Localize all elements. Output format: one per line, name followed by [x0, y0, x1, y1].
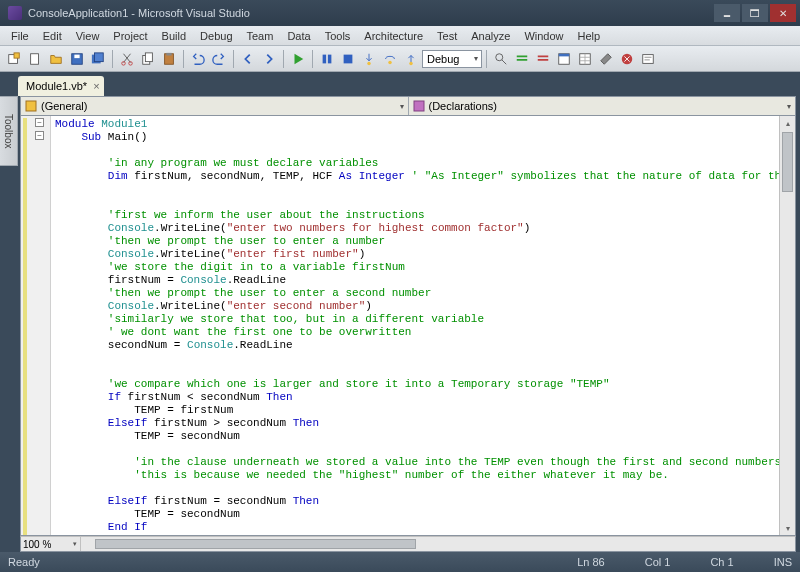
solution-explorer-button[interactable] — [554, 49, 574, 69]
menu-window[interactable]: Window — [517, 30, 570, 42]
tab-close-icon[interactable]: × — [93, 80, 99, 92]
svg-rect-12 — [166, 52, 171, 55]
title-bar: ConsoleApplication1 - Microsoft Visual S… — [0, 0, 800, 26]
svg-point-18 — [409, 61, 413, 65]
menu-bar: File Edit View Project Build Debug Team … — [0, 26, 800, 46]
horizontal-scrollbar[interactable] — [81, 537, 795, 551]
menu-debug[interactable]: Debug — [193, 30, 239, 42]
method-icon — [413, 100, 425, 112]
svg-point-16 — [367, 61, 371, 65]
menu-test[interactable]: Test — [430, 30, 464, 42]
save-all-button[interactable] — [88, 49, 108, 69]
svg-rect-30 — [414, 101, 424, 111]
code-content[interactable]: Module Module1 Sub Main() 'in any progra… — [51, 116, 779, 535]
status-line: Ln 86 — [577, 556, 605, 568]
status-ready: Ready — [8, 556, 40, 568]
scroll-down-icon[interactable]: ▾ — [780, 521, 795, 535]
navigation-bar: (General) (Declarations) — [20, 96, 796, 116]
menu-edit[interactable]: Edit — [36, 30, 69, 42]
hscroll-thumb[interactable] — [95, 539, 416, 549]
properties-button[interactable] — [575, 49, 595, 69]
fold-toggle[interactable]: − — [35, 131, 44, 140]
vs-logo-icon — [8, 6, 22, 20]
toolbox-button[interactable] — [596, 49, 616, 69]
close-button[interactable]: ✕ — [770, 4, 796, 22]
document-tab[interactable]: Module1.vb* × — [18, 76, 104, 96]
stop-button[interactable] — [338, 49, 358, 69]
document-tab-strip: Module1.vb* × — [0, 72, 800, 96]
comment-button[interactable] — [512, 49, 532, 69]
nav-back-button[interactable] — [238, 49, 258, 69]
menu-help[interactable]: Help — [571, 30, 608, 42]
menu-analyze[interactable]: Analyze — [464, 30, 517, 42]
redo-button[interactable] — [209, 49, 229, 69]
scroll-up-icon[interactable]: ▴ — [780, 116, 795, 130]
status-col: Col 1 — [645, 556, 671, 568]
horizontal-scroll-row: 100 % — [20, 536, 796, 552]
svg-rect-20 — [517, 55, 528, 57]
step-out-button[interactable] — [401, 49, 421, 69]
step-into-button[interactable] — [359, 49, 379, 69]
editor-area: (General) (Declarations) − − Module Modu… — [0, 96, 800, 552]
menu-architecture[interactable]: Architecture — [357, 30, 430, 42]
menu-file[interactable]: File — [4, 30, 36, 42]
menu-view[interactable]: View — [69, 30, 107, 42]
code-editor[interactable]: − − Module Module1 Sub Main() 'in any pr… — [20, 116, 796, 536]
uncomment-button[interactable] — [533, 49, 553, 69]
svg-point-17 — [388, 60, 392, 64]
save-button[interactable] — [67, 49, 87, 69]
svg-rect-15 — [344, 54, 353, 63]
svg-rect-4 — [74, 54, 79, 58]
solution-config-combo[interactable]: Debug — [422, 50, 482, 68]
scope-dropdown[interactable]: (General) — [21, 97, 409, 115]
toolbox-sidebar-tab[interactable]: Toolbox — [0, 96, 18, 166]
break-all-button[interactable] — [317, 49, 337, 69]
menu-project[interactable]: Project — [106, 30, 154, 42]
paste-button[interactable] — [159, 49, 179, 69]
svg-rect-22 — [538, 55, 549, 57]
open-button[interactable] — [46, 49, 66, 69]
undo-button[interactable] — [188, 49, 208, 69]
maximize-button[interactable]: 🗖 — [742, 4, 768, 22]
cut-button[interactable] — [117, 49, 137, 69]
find-button[interactable] — [491, 49, 511, 69]
menu-team[interactable]: Team — [240, 30, 281, 42]
menu-tools[interactable]: Tools — [318, 30, 358, 42]
step-over-button[interactable] — [380, 49, 400, 69]
window-buttons: 🗕 🗖 ✕ — [714, 4, 796, 22]
member-dropdown[interactable]: (Declarations) — [409, 97, 796, 115]
error-list-button[interactable] — [617, 49, 637, 69]
svg-rect-23 — [538, 59, 549, 61]
zoom-combo[interactable]: 100 % — [21, 537, 81, 551]
window-title: ConsoleApplication1 - Microsoft Visual S… — [8, 6, 250, 20]
minimize-button[interactable]: 🗕 — [714, 4, 740, 22]
new-project-button[interactable] — [4, 49, 24, 69]
vertical-scrollbar[interactable]: ▴ ▾ — [779, 116, 795, 535]
nav-forward-button[interactable] — [259, 49, 279, 69]
scroll-thumb[interactable] — [782, 132, 793, 192]
title-text: ConsoleApplication1 - Microsoft Visual S… — [28, 7, 250, 19]
svg-rect-13 — [323, 54, 327, 63]
svg-rect-21 — [517, 59, 528, 61]
new-file-button[interactable] — [25, 49, 45, 69]
svg-rect-6 — [95, 52, 104, 61]
svg-rect-29 — [26, 101, 36, 111]
svg-rect-2 — [31, 53, 39, 64]
output-button[interactable] — [638, 49, 658, 69]
svg-point-19 — [496, 53, 503, 60]
svg-rect-28 — [643, 54, 654, 63]
tab-label: Module1.vb* — [26, 80, 87, 92]
module-icon — [25, 100, 37, 112]
status-ins: INS — [774, 556, 792, 568]
status-bar: Ready Ln 86 Col 1 Ch 1 INS — [0, 552, 800, 572]
start-debug-button[interactable] — [288, 49, 308, 69]
fold-toggle[interactable]: − — [35, 118, 44, 127]
member-label: (Declarations) — [429, 100, 497, 112]
svg-rect-14 — [328, 54, 332, 63]
menu-data[interactable]: Data — [280, 30, 317, 42]
menu-build[interactable]: Build — [155, 30, 193, 42]
svg-rect-1 — [14, 52, 19, 57]
copy-button[interactable] — [138, 49, 158, 69]
svg-rect-25 — [559, 53, 570, 56]
editor-gutter: − − — [21, 116, 51, 535]
